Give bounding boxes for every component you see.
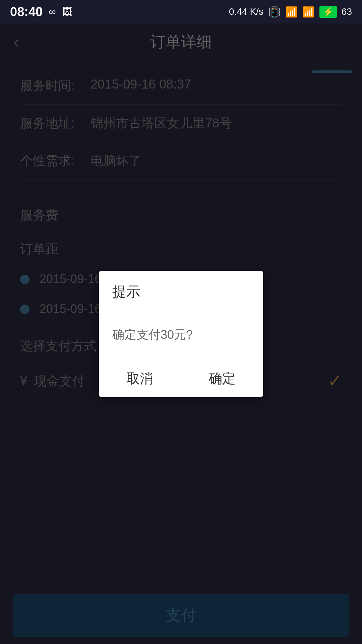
- modal-overlay: 提示 确定支付30元? 取消 确定: [0, 23, 362, 644]
- dialog-header: 提示: [99, 271, 263, 313]
- vibrate-icon: 📳: [268, 6, 281, 18]
- confirm-button[interactable]: 确定: [181, 360, 263, 397]
- wifi-icon: 📶: [285, 6, 298, 18]
- main-content: ‹ 订单详细 服务时间: 2015-09-16 08:37 服务地址: 锦州市古…: [0, 23, 362, 644]
- dialog-message: 确定支付30元?: [112, 328, 193, 341]
- status-time: 08:40: [10, 5, 43, 19]
- dialog-buttons: 取消 确定: [99, 360, 263, 397]
- cancel-button[interactable]: 取消: [99, 360, 181, 397]
- signal-icon: 📶: [302, 6, 315, 18]
- loop-icon: ∞: [49, 6, 56, 17]
- confirm-dialog: 提示 确定支付30元? 取消 确定: [99, 271, 263, 397]
- dialog-title: 提示: [112, 284, 140, 300]
- image-icon: 🖼: [62, 6, 72, 17]
- status-bar: 08:40 ∞ 🖼 0.44 K/s 📳 📶 📶 ⚡ 63: [0, 0, 362, 23]
- status-right: 0.44 K/s 📳 📶 📶 ⚡ 63: [229, 6, 352, 18]
- status-left: 08:40 ∞ 🖼: [10, 5, 72, 19]
- speed-text: 0.44 K/s: [229, 6, 263, 17]
- battery-icon: ⚡: [319, 6, 337, 18]
- dialog-body: 确定支付30元?: [99, 313, 263, 360]
- battery-level: 63: [342, 6, 352, 17]
